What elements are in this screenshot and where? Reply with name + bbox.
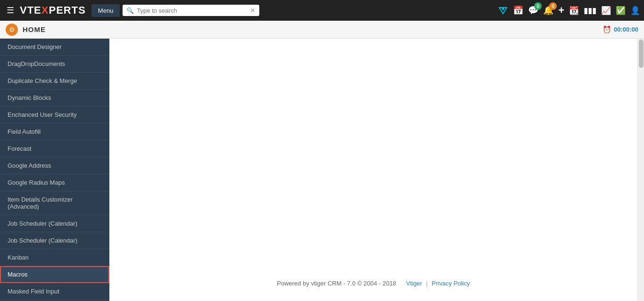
vtiger-icon-button[interactable] — [498, 5, 508, 16]
sidebar-item-duplicate-check-merge[interactable]: Duplicate Check & Merge — [0, 73, 109, 89]
checklist-icon-button[interactable]: ✅ — [616, 6, 626, 16]
sidebar-item-masked-field-input[interactable]: Masked Field Input — [0, 283, 109, 300]
sidebar: Document DesignerDragDropDocumentsDuplic… — [0, 39, 109, 301]
sidebar-item-google-radius-maps[interactable]: Google Radius Maps — [0, 174, 109, 191]
sidebar-item-enchanced-user-security[interactable]: Enchanced User Security — [0, 106, 109, 123]
sidebar-item-item-details-customizer[interactable]: Item Details Customizer (Advanced) — [0, 191, 109, 215]
sidebar-item-job-scheduler-1[interactable]: Job Scheduler (Calendar) — [0, 215, 109, 232]
pipe-separator: | — [426, 280, 428, 287]
scrollbar-track[interactable] — [637, 39, 644, 301]
bell-icon-button[interactable]: 🔔 0 — [543, 5, 553, 16]
search-input[interactable] — [137, 7, 247, 14]
sidebar-item-document-designer[interactable]: Document Designer — [0, 39, 109, 56]
sidebar-item-dynamic-blocks[interactable]: Dynamic Blocks — [0, 89, 109, 106]
app-logo: VTEXPERTS — [20, 4, 86, 16]
calendar-icon-button[interactable]: 📅 — [513, 5, 523, 16]
sidebar-item-field-autofill[interactable]: Field Autofill — [0, 123, 109, 140]
search-clear-icon[interactable]: ✕ — [250, 7, 256, 14]
timer-value: 00:00:00 — [614, 26, 638, 33]
page-title: HOME — [23, 25, 46, 33]
main-content: Powered by vtiger CRM - 7.0 © 2004 - 201… — [109, 39, 637, 301]
top-navigation: ☰ VTEXPERTS Menu 🔍 ✕ 📅 💬 0 🔔 0 + — [0, 0, 644, 21]
bell-badge: 0 — [549, 2, 557, 10]
sidebar-item-job-scheduler-2[interactable]: Job Scheduler (Calendar) — [0, 232, 109, 249]
sidebar-item-macros[interactable]: Macros — [0, 266, 109, 283]
chat-icon-button[interactable]: 💬 0 — [528, 5, 538, 16]
scrollbar-thumb[interactable] — [639, 40, 644, 68]
hamburger-button[interactable]: ☰ — [4, 3, 17, 17]
timer-display: ⏰ 00:00:00 — [603, 25, 638, 34]
privacy-policy-link[interactable]: Privacy Policy — [432, 280, 470, 287]
line-chart-icon-button[interactable]: 📈 — [601, 6, 611, 16]
settings-icon-button[interactable]: ⚙ — [6, 24, 18, 36]
search-container: 🔍 ✕ — [123, 5, 259, 16]
bar-chart-icon-button[interactable]: ▮▮▮ — [584, 6, 596, 16]
search-icon: 🔍 — [126, 7, 134, 14]
sidebar-item-dragdrop-documents[interactable]: DragDropDocuments — [0, 56, 109, 73]
subheader: ⚙ HOME ⏰ 00:00:00 — [0, 21, 644, 39]
powered-by-text: Powered by vtiger CRM - 7.0 © 2004 - 201… — [277, 280, 396, 287]
plus-icon-button[interactable]: + — [558, 4, 564, 16]
sidebar-item-google-address[interactable]: Google Address — [0, 157, 109, 174]
vtiger-link[interactable]: Vtiger — [406, 280, 422, 287]
calendar2-icon-button[interactable]: 📆 — [569, 6, 579, 16]
main-layout: Document DesignerDragDropDocumentsDuplic… — [0, 39, 644, 301]
chat-badge: 0 — [534, 2, 542, 10]
clock-icon: ⏰ — [603, 25, 611, 34]
sidebar-item-kanban[interactable]: Kanban — [0, 249, 109, 266]
sidebar-item-forecast[interactable]: Forecast — [0, 140, 109, 157]
menu-button[interactable]: Menu — [91, 4, 120, 17]
user-icon-button[interactable]: 👤 — [630, 6, 640, 16]
nav-icons-group: 📅 💬 0 🔔 0 + 📆 ▮▮▮ 📈 ✅ 👤 — [498, 4, 640, 16]
separator — [400, 280, 402, 287]
footer-text: Powered by vtiger CRM - 7.0 © 2004 - 201… — [277, 280, 470, 287]
